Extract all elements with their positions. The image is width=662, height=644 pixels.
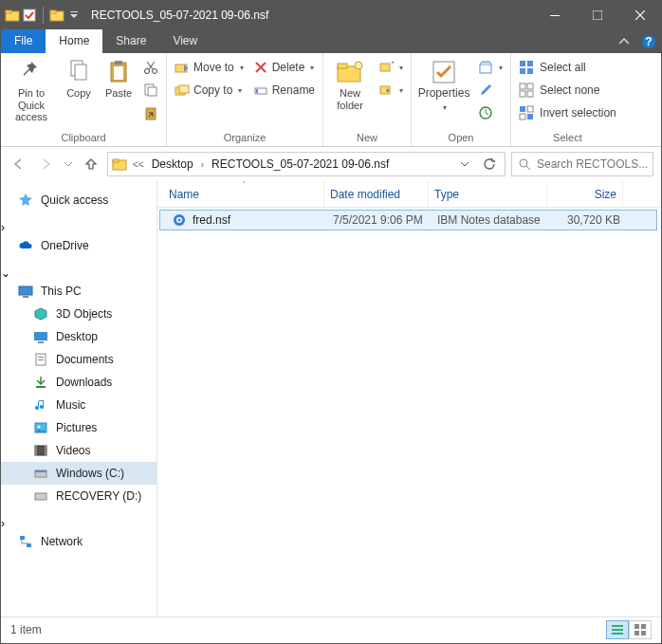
delete-icon — [253, 60, 268, 75]
select-all-button[interactable]: Select all — [515, 57, 620, 78]
desktop-icon — [33, 329, 48, 344]
column-name[interactable]: ˄Name — [163, 181, 324, 207]
new-item-button[interactable]: ✦▾ — [375, 57, 407, 78]
home-tab[interactable]: Home — [46, 29, 102, 53]
file-row[interactable]: fred.nsf 7/5/2021 9:06 PM IBM Notes data… — [159, 210, 657, 230]
breadcrumb-current[interactable]: RECTOOLS_05-07-2021 09-06.nsf — [210, 156, 391, 173]
qat-dropdown-icon[interactable] — [66, 8, 82, 23]
file-name: fred.nsf — [193, 213, 230, 227]
sidebar-downloads[interactable]: Downloads — [1, 371, 156, 394]
close-button[interactable] — [618, 1, 661, 29]
minimize-button[interactable] — [533, 1, 576, 29]
forward-button[interactable] — [35, 154, 56, 175]
pictures-icon — [33, 420, 48, 435]
refresh-button[interactable] — [478, 153, 501, 175]
open-icon — [478, 60, 493, 75]
maximize-button[interactable] — [576, 1, 618, 29]
move-to-button[interactable]: Move to▾ — [171, 57, 248, 78]
sidebar-3d-objects[interactable]: 3D Objects — [1, 303, 156, 325]
svg-rect-34 — [520, 61, 525, 66]
sidebar-recovery-d[interactable]: RECOVERY (D:) — [1, 485, 156, 507]
svg-rect-35 — [527, 61, 533, 66]
svg-rect-49 — [19, 286, 32, 295]
svg-rect-32 — [480, 64, 491, 73]
svg-rect-4 — [50, 10, 56, 13]
invert-selection-button[interactable]: Invert selection — [515, 102, 620, 123]
svg-rect-5 — [70, 11, 78, 12]
file-type: IBM Notes database — [432, 213, 550, 227]
chevron-down-icon: ▾ — [238, 86, 242, 95]
copy-path-icon — [143, 83, 158, 98]
delete-button[interactable]: Delete▾ — [249, 57, 319, 78]
move-to-icon — [175, 60, 190, 75]
chevron-right-icon[interactable]: › — [1, 517, 5, 530]
chevron-right-icon[interactable]: › — [1, 221, 5, 234]
svg-text:✦: ✦ — [390, 60, 394, 69]
paste-button[interactable]: Paste — [100, 55, 138, 103]
pin-to-quick-access-button[interactable]: Pin to Quick access — [5, 55, 58, 127]
easy-access-button[interactable]: ▾ — [375, 80, 407, 101]
svg-point-16 — [153, 69, 157, 74]
new-folder-button[interactable]: New folder — [327, 55, 373, 115]
paste-shortcut-button[interactable] — [139, 102, 162, 123]
history-button[interactable] — [474, 102, 506, 123]
open-button[interactable]: ▾ — [474, 57, 506, 78]
history-icon — [478, 105, 493, 120]
search-box[interactable] — [511, 152, 653, 176]
help-button[interactable]: ? — [636, 29, 661, 53]
cube-icon — [33, 306, 48, 322]
chevron-right-icon[interactable]: › — [197, 159, 208, 170]
recent-locations-button[interactable] — [62, 154, 75, 175]
navigation-bar: << Desktop › RECTOOLS_05-07-2021 09-06.n… — [1, 147, 661, 181]
search-input[interactable] — [537, 157, 647, 171]
sidebar-quick-access[interactable]: Quick access — [1, 189, 156, 212]
rename-button[interactable]: Rename — [249, 80, 319, 101]
column-size[interactable]: Size — [547, 181, 623, 207]
paste-shortcut-icon — [143, 105, 158, 120]
copy-to-button[interactable]: Copy to▾ — [171, 80, 248, 101]
copy-path-button[interactable] — [139, 80, 162, 101]
chevron-down-icon: ▾ — [310, 64, 314, 72]
collapse-ribbon-button[interactable] — [612, 29, 636, 53]
properties-button[interactable]: Properties ▾ — [415, 55, 472, 116]
column-type[interactable]: Type — [429, 181, 547, 207]
chevron-down-icon[interactable]: ⌄ — [1, 267, 10, 280]
sidebar-windows-c[interactable]: Windows (C:) — [1, 462, 156, 485]
navigation-pane: Quick access ›OneDrive ⌄This PC 3D Objec… — [1, 181, 157, 616]
column-date[interactable]: Date modified — [324, 181, 429, 207]
address-dropdown-button[interactable] — [453, 153, 476, 175]
sidebar-documents[interactable]: Documents — [1, 348, 156, 371]
svg-rect-55 — [38, 359, 44, 360]
new-folder-icon — [335, 59, 365, 85]
address-bar[interactable]: << Desktop › RECTOOLS_05-07-2021 09-06.n… — [107, 152, 506, 176]
chevron-right-icon[interactable]: << — [129, 159, 148, 170]
sidebar-pictures[interactable]: Pictures — [1, 416, 156, 439]
share-tab[interactable]: Share — [102, 29, 159, 53]
cut-button[interactable] — [139, 57, 162, 78]
sidebar-desktop[interactable]: Desktop — [1, 325, 156, 348]
edit-button[interactable] — [474, 80, 506, 101]
back-button[interactable] — [9, 154, 29, 175]
details-view-button[interactable] — [606, 620, 629, 639]
sort-asc-icon: ˄ — [242, 180, 246, 189]
column-headers: ˄Name Date modified Type Size — [157, 181, 661, 208]
easy-access-icon — [378, 83, 394, 98]
sidebar-videos[interactable]: Videos — [1, 439, 156, 462]
file-tab[interactable]: File — [1, 29, 46, 53]
sidebar-onedrive[interactable]: OneDrive — [1, 234, 156, 257]
up-button[interactable] — [81, 154, 101, 175]
copy-button[interactable]: Copy — [60, 55, 98, 103]
breadcrumb-desktop[interactable]: Desktop — [150, 156, 195, 173]
svg-point-69 — [178, 219, 181, 222]
sidebar-music[interactable]: Music — [1, 394, 156, 416]
sidebar-this-pc[interactable]: This PC — [1, 280, 156, 303]
select-none-button[interactable]: Select none — [515, 80, 620, 101]
svg-point-48 — [520, 159, 527, 167]
music-icon — [33, 397, 48, 413]
pin-icon — [18, 59, 45, 85]
sidebar-network[interactable]: Network — [1, 530, 156, 553]
checkbox-icon[interactable] — [22, 8, 37, 23]
view-tab[interactable]: View — [159, 29, 211, 53]
svg-rect-52 — [38, 341, 44, 343]
thumbnails-view-button[interactable] — [629, 620, 652, 639]
